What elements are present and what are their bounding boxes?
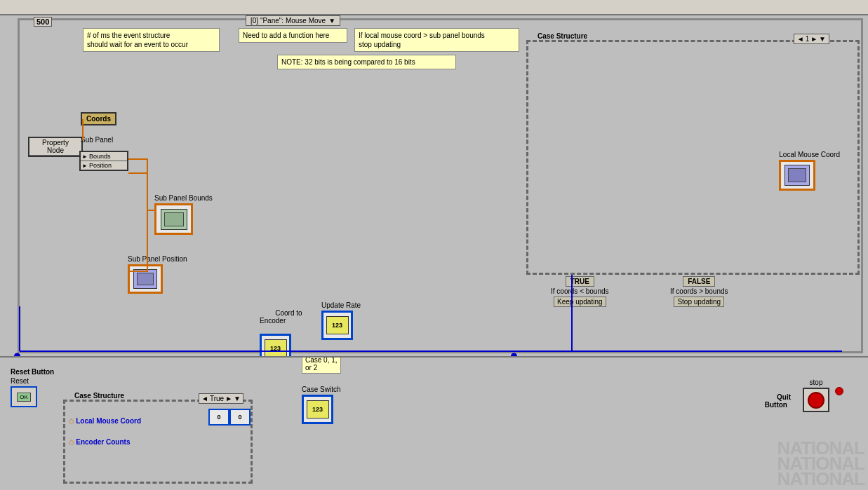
- case-selector-arrow: ▼: [819, 35, 826, 43]
- subpanel-position-block: Sub Panel Position: [128, 255, 187, 294]
- true-sel-arrow: ▼: [234, 395, 241, 402]
- false-label: FALSE: [683, 276, 715, 287]
- encoder-counts-label: Encoder Counts: [76, 438, 130, 446]
- case-0-1-2-label: Case 0, 1, or 2: [302, 358, 341, 374]
- pane-selector[interactable]: [0] "Pane": Mouse Move ▼: [246, 15, 340, 26]
- coord-to-encoder-ctrl[interactable]: 123: [260, 334, 291, 358]
- case-structure-lower-label: Case Structure: [72, 392, 126, 400]
- coord-to-encoder-label: Coord to Encoder: [260, 301, 302, 332]
- lmc-label: Local Mouse Coord: [779, 151, 840, 158]
- note3: If local mouse coord > sub panel bounds …: [354, 28, 519, 52]
- stop-button[interactable]: [803, 388, 829, 412]
- coords-terminal: Coords: [81, 112, 116, 125]
- note2: Need to add a function here: [239, 28, 347, 43]
- case-structure-upper: Case Structure ◄ 1 ► ▼ Local Mouse Coord: [526, 40, 860, 275]
- local-mouse-coord-terminal: Local Mouse Coord: [779, 151, 840, 191]
- subpanel-position-label: Sub Panel Position: [128, 255, 187, 263]
- ni-watermark: NATIONALNATIONALNATIONAL: [777, 440, 864, 486]
- update-rate-block: Update Rate 123: [321, 301, 361, 340]
- false-label-block: FALSE If coords > bounds Stop updating: [670, 276, 728, 307]
- true-sel-chevron-left: ◄: [201, 395, 208, 402]
- position-row: ► Position: [81, 161, 127, 170]
- case-selector[interactable]: ◄ 1 ► ▼: [794, 34, 829, 44]
- case-switch-ctrl[interactable]: 123: [302, 395, 333, 424]
- subpanel-position-display: [128, 264, 163, 294]
- true-sel-chevron-right: ►: [225, 395, 232, 402]
- subpanel-bounds-display: [154, 203, 193, 235]
- subpanel-bounds-block: Sub Panel Bounds: [154, 194, 213, 235]
- val-500-box: 500: [34, 17, 52, 27]
- pane-selector-arrow: ▼: [328, 17, 335, 25]
- reset-ctrl[interactable]: OK: [11, 386, 37, 407]
- pane-selector-label: [0] "Pane": Mouse Move: [251, 17, 326, 25]
- case-selector-chevron-right: ►: [810, 35, 817, 43]
- stop-inner: [808, 392, 824, 409]
- quit-button-block: Quit Button: [761, 386, 791, 416]
- true-selector[interactable]: ◄ True ► ▼: [199, 393, 243, 404]
- case-structure-upper-label: Case Structure: [535, 32, 589, 40]
- if-coords-lt-bounds: If coords < bounds: [551, 287, 609, 295]
- upper-diagram: [0] "Pane": Mouse Move ▼ 500 # of ms the…: [0, 14, 868, 358]
- true-label-block: TRUE If coords < bounds Keep updating: [551, 276, 609, 307]
- stop-button-block: stop: [803, 379, 829, 412]
- case-switch-block: Case 0, 1, or 2 Case Switch 123: [302, 386, 341, 424]
- quit-button-label: Quit Button: [761, 386, 791, 416]
- numeric-display-1: 0: [208, 409, 229, 426]
- update-rate-ctrl[interactable]: 123: [321, 311, 353, 340]
- case-selector-chevron-left: ◄: [797, 35, 804, 43]
- property-node-title: Property Node: [29, 138, 81, 156]
- note4: NOTE: 32 bits is being compared to 16 bi…: [277, 55, 456, 69]
- subpanel-bounds-label: Sub Panel Bounds: [154, 194, 213, 202]
- stop-label: stop: [803, 379, 829, 386]
- stop-indicator: [835, 387, 843, 395]
- if-coords-gt-bounds: If coords > bounds: [670, 287, 728, 295]
- keep-updating: Keep updating: [554, 297, 606, 307]
- note1: # of ms the event structure should wait …: [83, 28, 220, 52]
- coord-to-encoder-block: Coord to Encoder 123: [260, 301, 302, 358]
- case-structure-lower: Case Structure ◄ True ► ▼ ⌂ Local Mouse …: [63, 400, 253, 484]
- lmc-lower-terminal: ⌂ Local Mouse Coord: [69, 416, 141, 426]
- encoder-counts-terminal: ⌂ Encoder Counts: [69, 437, 130, 447]
- true-label: TRUE: [566, 276, 594, 287]
- lmc-lower-label: Local Mouse Coord: [76, 417, 141, 425]
- numeric-display-2: 0: [229, 409, 251, 426]
- reset-button-area: Reset Button Reset OK: [11, 368, 54, 407]
- stop-updating: Stop updating: [674, 297, 724, 307]
- update-rate-label: Update Rate: [321, 301, 361, 309]
- reset-label: Reset: [11, 377, 54, 385]
- case-switch-label: Case Switch: [302, 386, 341, 393]
- bounds-row: ► Bounds: [81, 152, 127, 161]
- reset-button-label: Reset Button: [11, 368, 54, 376]
- property-node-block: ► Bounds ► Position: [79, 151, 128, 171]
- main-container: [0] "Pane": Mouse Move ▼ 500 # of ms the…: [0, 0, 868, 490]
- property-node: Property Node: [28, 137, 83, 157]
- lmc-display: [779, 160, 815, 191]
- lower-diagram: Case Structure ◄ True ► ▼ ⌂ Local Mouse …: [0, 358, 868, 490]
- subpanel-label: Sub Panel: [81, 136, 113, 144]
